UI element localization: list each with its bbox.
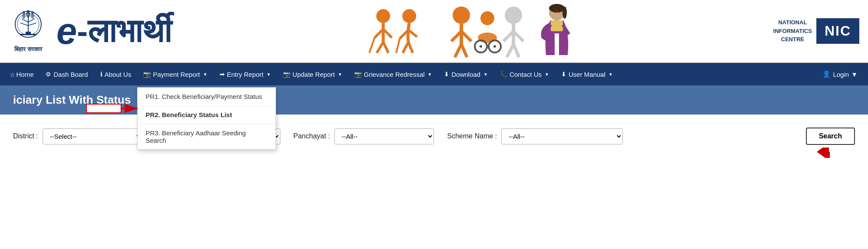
title-hindi: लाभार्थी [88, 12, 171, 50]
nav-label-about: About Us [105, 71, 132, 78]
search-form: District : --Select-- Block : --Select--… [0, 115, 868, 158]
login-button[interactable]: 👤 Login ▼ [816, 64, 864, 84]
nav-item-update-report[interactable]: 📷 Update Report ▼ [277, 65, 348, 84]
nav-item-download[interactable]: ⬇ Download ▼ [438, 65, 494, 84]
dropdown-item-pr2[interactable]: PR2. Beneficiary Status List [138, 106, 276, 124]
red-up-arrow [816, 147, 842, 158]
entry-caret-icon: ▼ [266, 72, 271, 77]
svg-rect-11 [20, 34, 36, 35]
nav-item-entry-report[interactable]: ➡ Entry Report ▼ [214, 65, 277, 84]
svg-line-26 [408, 42, 413, 53]
dashboard-icon: ⚙ [46, 71, 51, 78]
update-caret-icon: ▼ [338, 72, 342, 77]
nav-label-payment-report: Payment Report [153, 71, 200, 78]
svg-point-48 [562, 7, 567, 19]
svg-rect-10 [26, 32, 31, 34]
svg-point-28 [453, 7, 470, 24]
nav-link-contact[interactable]: 📞 Contact Us ▼ [494, 65, 555, 84]
svg-line-5 [20, 23, 28, 26]
nav-label-contact: Contact Us [510, 71, 542, 78]
district-select[interactable]: --Select-- [43, 128, 142, 144]
info-icon: ℹ [100, 71, 102, 78]
nav-link-about[interactable]: ℹ About Us [94, 65, 138, 84]
grievance-caret-icon: ▼ [427, 72, 432, 77]
svg-point-9 [31, 13, 34, 19]
svg-line-19 [377, 42, 383, 53]
state-emblem: बिहार सरकार [9, 7, 48, 55]
bihar-label: बिहार सरकार [14, 46, 42, 53]
nav-item-dashboard[interactable]: ⚙ Dash Board [39, 65, 94, 84]
header-left: बिहार सरकार e - लाभार्थी [9, 7, 171, 55]
entry-icon: ➡ [220, 71, 225, 78]
nic-full-name: NATIONAL INFORMATICS CENTRE [773, 18, 812, 44]
nav-link-entry-report[interactable]: ➡ Entry Report ▼ [214, 65, 277, 84]
nic-line2: INFORMATICS [773, 27, 812, 36]
svg-rect-49 [551, 20, 563, 31]
login-caret-icon: ▼ [851, 71, 858, 78]
nav-item-payment-report[interactable]: 📷 Payment Report ▼ PR1. Check B [137, 65, 213, 84]
svg-line-6 [28, 23, 36, 26]
scheme-select[interactable]: --All-- [501, 128, 623, 144]
svg-line-44 [507, 44, 513, 57]
scheme-label: Scheme Name : [447, 132, 497, 140]
grievance-icon: 📷 [354, 71, 362, 78]
user-icon: 👤 [822, 70, 831, 78]
nic-badge: NIC [816, 18, 859, 44]
main-navbar: ⌂ Home ⚙ Dash Board ℹ About Us 📷 Payment… [0, 63, 868, 85]
update-icon: 📷 [283, 71, 290, 78]
district-group: District : --Select-- [13, 128, 142, 144]
nav-label-home: Home [16, 71, 33, 78]
payment-icon: 📷 [143, 71, 151, 78]
figure-woman [531, 3, 583, 59]
nav-item-grievance[interactable]: 📷 Grievance Redressal ▼ [348, 65, 438, 84]
payment-report-dropdown: PR1. Check Beneficiary/Payment Status PR… [137, 87, 276, 150]
svg-line-21 [369, 38, 375, 53]
nav-item-about[interactable]: ℹ About Us [94, 65, 138, 84]
nav-link-download[interactable]: ⬇ Download ▼ [438, 65, 494, 84]
nav-label-download: Download [451, 71, 480, 78]
svg-point-15 [376, 9, 390, 23]
svg-rect-54 [86, 104, 121, 113]
svg-line-25 [403, 42, 408, 53]
search-arrow-indicator [816, 147, 842, 158]
nav-item-home[interactable]: ⌂ Home [4, 65, 39, 84]
panchayat-select[interactable]: --All-- [334, 128, 434, 144]
scheme-group: Scheme Name : --All-- [447, 128, 623, 144]
nav-link-user-manual[interactable]: ⬇ User Manual ▼ [555, 65, 619, 84]
search-button[interactable]: Search [806, 128, 855, 145]
nav-list: ⌂ Home ⚙ Dash Board ℹ About Us 📷 Payment… [4, 65, 816, 84]
svg-point-39 [493, 45, 496, 48]
nav-link-home[interactable]: ⌂ Home [4, 65, 39, 84]
panchayat-group: Panchayat : --All-- [293, 128, 434, 144]
nav-link-dashboard[interactable]: ⚙ Dash Board [39, 65, 94, 84]
emblem-svg [11, 9, 46, 44]
svg-point-35 [478, 33, 497, 43]
user-manual-icon: ⬇ [561, 71, 566, 78]
nav-label-entry-report: Entry Report [227, 71, 263, 78]
nic-line3: CENTRE [773, 35, 812, 44]
nav-link-payment-report[interactable]: 📷 Payment Report ▼ [137, 65, 213, 84]
red-arrow-right [85, 100, 142, 117]
login-label: Login [833, 71, 849, 78]
header-figures [362, 3, 583, 59]
nav-item-contact[interactable]: 📞 Contact Us ▼ [494, 65, 555, 84]
nav-link-update-report[interactable]: 📷 Update Report ▼ [277, 65, 348, 84]
svg-point-40 [505, 7, 522, 24]
nav-item-user-manual[interactable]: ⬇ User Manual ▼ [555, 65, 619, 84]
download-caret-icon: ▼ [483, 72, 488, 77]
svg-point-22 [402, 9, 416, 23]
svg-point-8 [22, 13, 26, 19]
site-header: बिहार सरकार e - लाभार्थी [0, 0, 868, 63]
nav-link-grievance[interactable]: 📷 Grievance Redressal ▼ [348, 65, 438, 84]
payment-caret-icon: ▼ [203, 72, 207, 77]
dropdown-item-pr1[interactable]: PR1. Check Beneficiary/Payment Status [138, 88, 276, 106]
nav-label-dashboard: Dash Board [53, 71, 88, 78]
panchayat-label: Panchayat : [293, 132, 330, 140]
dropdown-item-pr3[interactable]: PR3. Beneficiary Aadhaar Seeding Search [138, 124, 276, 149]
figure-elderly [362, 3, 440, 59]
svg-point-34 [480, 11, 494, 25]
svg-line-3 [22, 19, 28, 22]
svg-point-13 [27, 10, 30, 13]
contact-caret-icon: ▼ [545, 72, 549, 77]
title-dash: - [77, 13, 88, 50]
